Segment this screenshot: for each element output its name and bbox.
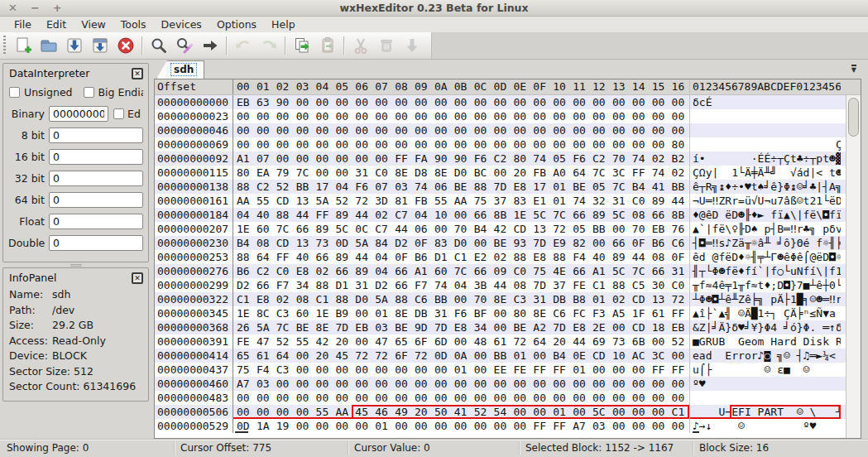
- text-cell[interactable]: 7: [777, 194, 784, 208]
- byte-cell[interactable]: 66: [649, 264, 669, 278]
- text-cell[interactable]: [718, 349, 725, 363]
- byte-cell[interactable]: DB: [549, 292, 569, 306]
- byte-cell[interactable]: 80: [669, 137, 688, 152]
- text-cell[interactable]: [797, 391, 803, 405]
- text-cell[interactable]: [731, 109, 738, 123]
- text-cell[interactable]: ê: [693, 250, 699, 264]
- byte-cell[interactable]: 01: [569, 363, 589, 377]
- byte-cell[interactable]: EB: [649, 222, 669, 236]
- text-cell[interactable]: [706, 137, 712, 152]
- text-cell[interactable]: █: [751, 306, 758, 320]
- text-cell[interactable]: [712, 405, 719, 419]
- text-cell[interactable]: [829, 377, 836, 391]
- text-cell[interactable]: [725, 166, 731, 180]
- byte-cell[interactable]: 88: [332, 292, 352, 306]
- interpreter-input-float[interactable]: [49, 214, 143, 229]
- text-cell[interactable]: ┴: [809, 278, 816, 292]
- byte-cell[interactable]: 0D: [332, 236, 352, 250]
- byte-cell[interactable]: 8B: [669, 208, 688, 222]
- text-cell[interactable]: [822, 137, 829, 152]
- text-cell[interactable]: É: [764, 152, 770, 166]
- text-cell[interactable]: [758, 95, 765, 109]
- byte-cell[interactable]: 02: [372, 208, 391, 222]
- text-cell[interactable]: [693, 109, 699, 123]
- byte-cell[interactable]: 55: [313, 405, 333, 419]
- byte-cell[interactable]: 00: [609, 137, 629, 152]
- text-cell[interactable]: F: [738, 405, 745, 419]
- byte-cell[interactable]: 03: [253, 377, 273, 391]
- text-cell[interactable]: ⁿ: [803, 306, 810, 320]
- byte-cell[interactable]: F3: [589, 306, 609, 320]
- text-cell[interactable]: r: [836, 292, 841, 306]
- byte-cell[interactable]: 44: [352, 250, 372, 264]
- data-interpreter-close-icon[interactable]: ✕: [132, 68, 143, 79]
- text-cell[interactable]: ↨: [790, 180, 797, 194]
- text-cell[interactable]: [731, 334, 738, 349]
- text-cell[interactable]: [836, 419, 841, 433]
- byte-cell[interactable]: C3: [510, 292, 530, 306]
- byte-cell[interactable]: 65: [233, 349, 253, 363]
- text-cell[interactable]: a: [699, 349, 706, 363]
- interpreter-input-64-bit[interactable]: [49, 192, 143, 208]
- byte-cell[interactable]: 63: [253, 95, 273, 109]
- byte-cell[interactable]: 31: [352, 278, 372, 292]
- text-cell[interactable]: ë: [725, 208, 731, 222]
- text-cell[interactable]: ♦: [764, 278, 770, 292]
- text-cell[interactable]: [816, 222, 822, 236]
- text-cell[interactable]: Φ: [764, 320, 770, 334]
- byte-cell[interactable]: 00: [510, 137, 530, 152]
- byte-cell[interactable]: D0: [451, 166, 471, 180]
- text-cell[interactable]: [803, 109, 810, 123]
- text-cell[interactable]: [770, 95, 777, 109]
- byte-cell[interactable]: FC: [569, 306, 589, 320]
- byte-cell[interactable]: 1E: [233, 222, 253, 236]
- byte-cell[interactable]: 00: [431, 137, 451, 152]
- text-cell[interactable]: [784, 405, 790, 419]
- text-cell[interactable]: [829, 363, 836, 377]
- byte-cell[interactable]: 1E: [510, 208, 530, 222]
- text-cell[interactable]: [797, 109, 803, 123]
- text-cell[interactable]: ♦: [693, 208, 699, 222]
- text-cell[interactable]: ê: [706, 208, 712, 222]
- byte-cell[interactable]: E9: [549, 236, 569, 250]
- byte-cell[interactable]: E2: [471, 250, 491, 264]
- byte-cell[interactable]: 00: [569, 391, 589, 405]
- byte-cell[interactable]: 40: [589, 250, 609, 264]
- byte-cell[interactable]: 09: [491, 264, 511, 278]
- text-cell[interactable]: Ç: [784, 152, 790, 166]
- text-cell[interactable]: [809, 363, 816, 377]
- text-cell[interactable]: [836, 95, 841, 109]
- byte-cell[interactable]: BB: [431, 292, 451, 306]
- byte-cell[interactable]: 00: [332, 166, 352, 180]
- byte-cell[interactable]: 00: [352, 123, 372, 137]
- text-cell[interactable]: δ: [693, 95, 699, 109]
- byte-cell[interactable]: CD: [629, 320, 649, 334]
- byte-cell[interactable]: 88: [471, 180, 491, 194]
- byte-cell[interactable]: 88: [549, 250, 569, 264]
- byte-cell[interactable]: 00: [391, 363, 411, 377]
- text-cell[interactable]: D: [731, 208, 738, 222]
- byte-cell[interactable]: 44: [629, 250, 649, 264]
- text-cell[interactable]: [738, 377, 745, 391]
- byte-cell[interactable]: 00: [293, 109, 313, 123]
- text-cell[interactable]: [745, 137, 751, 152]
- text-cell[interactable]: [829, 334, 836, 349]
- byte-cell[interactable]: 02: [609, 292, 629, 306]
- byte-cell[interactable]: 00: [530, 95, 549, 109]
- byte-cell[interactable]: 74: [431, 278, 451, 292]
- byte-cell[interactable]: 00: [589, 123, 609, 137]
- text-cell[interactable]: r: [751, 349, 758, 363]
- text-cell[interactable]: ↨: [718, 180, 725, 194]
- byte-cell[interactable]: 01: [549, 180, 569, 194]
- text-cell[interactable]: ═: [822, 292, 829, 306]
- text-cell[interactable]: [816, 363, 822, 377]
- byte-cell[interactable]: 01: [451, 363, 471, 377]
- text-cell[interactable]: a: [777, 334, 784, 349]
- byte-cell[interactable]: 05: [549, 152, 569, 166]
- text-cell[interactable]: [797, 137, 803, 152]
- text-cell[interactable]: ◘: [784, 278, 790, 292]
- text-cell[interactable]: [822, 95, 829, 109]
- text-cell[interactable]: U: [718, 405, 725, 419]
- byte-cell[interactable]: 89: [352, 264, 372, 278]
- byte-cell[interactable]: 83: [431, 236, 451, 250]
